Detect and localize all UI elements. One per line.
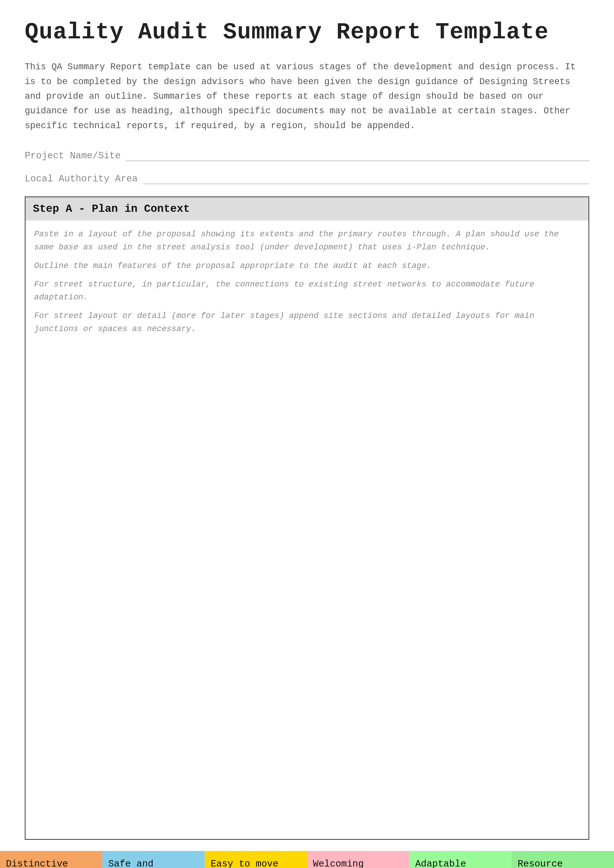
step-a-content: Paste in a layout of the proposal showin… bbox=[25, 220, 589, 740]
footer-cell-resource: Resource efficient bbox=[512, 851, 614, 868]
step-a-header: Step A - Plan in Context bbox=[25, 197, 589, 220]
step-instruction-2: Outline the main features of the proposa… bbox=[34, 260, 580, 273]
page-title: Quality Audit Summary Report Template bbox=[25, 20, 589, 45]
footer-cell-welcoming: Welcoming bbox=[307, 851, 409, 868]
intro-paragraph: This QA Summary Report template can be u… bbox=[25, 60, 584, 133]
footer-cell-safe: Safe and Pleasant bbox=[102, 851, 205, 868]
project-name-row: Project Name/Site bbox=[25, 150, 589, 161]
local-authority-row: Local Authority Area bbox=[25, 174, 589, 184]
step-instruction-3: For street structure, in particular, the… bbox=[34, 278, 580, 304]
project-name-label: Project Name/Site bbox=[25, 150, 121, 161]
footer-cell-adaptable: Adaptable bbox=[409, 851, 511, 868]
step-instruction-1: Paste in a layout of the proposal showin… bbox=[34, 228, 580, 254]
project-name-line bbox=[126, 159, 589, 161]
step-instruction-4: For street layout or detail (more for la… bbox=[34, 310, 580, 336]
step-a-box: Step A - Plan in Context Paste in a layo… bbox=[25, 197, 589, 840]
footer-bar: Distinctive Safe and Pleasant Easy to mo… bbox=[0, 851, 614, 868]
page: Quality Audit Summary Report Template Th… bbox=[0, 0, 614, 868]
local-authority-label: Local Authority Area bbox=[25, 174, 138, 184]
footer-cell-easy: Easy to move around bbox=[205, 851, 307, 868]
main-content: Step A - Plan in Context Paste in a layo… bbox=[25, 197, 589, 868]
footer-cell-distinctive: Distinctive bbox=[0, 851, 102, 868]
local-authority-line bbox=[143, 181, 589, 184]
